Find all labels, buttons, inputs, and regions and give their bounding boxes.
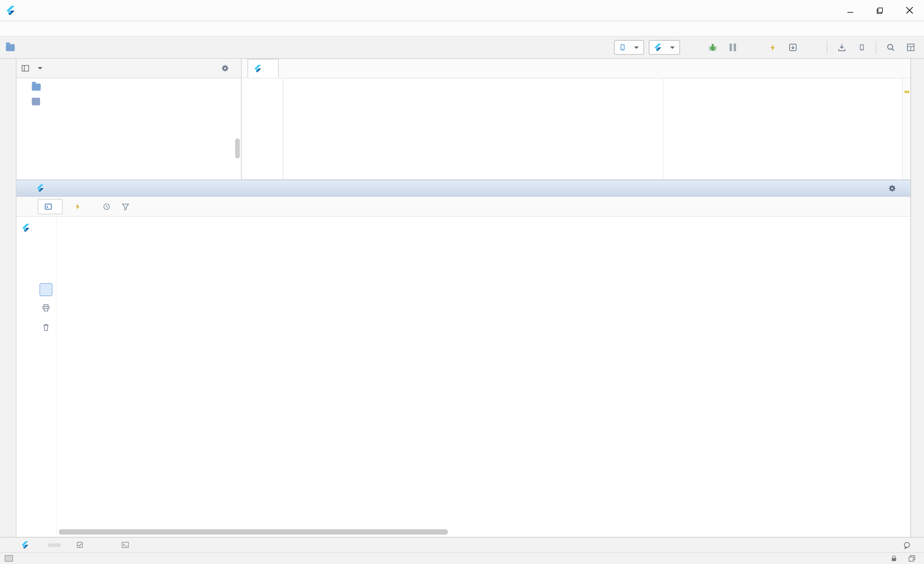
- close-icon[interactable]: [18, 239, 34, 255]
- tree-row-external-libraries[interactable]: [16, 94, 241, 108]
- status-dart-analysis[interactable]: [21, 541, 32, 549]
- scroll-to-top-icon[interactable]: [38, 264, 53, 279]
- debug-button[interactable]: [705, 40, 720, 55]
- status-todo[interactable]: [76, 541, 87, 549]
- filter-icon[interactable]: [122, 202, 130, 211]
- gear-icon[interactable]: [888, 184, 896, 192]
- terminal-icon: [122, 541, 129, 549]
- phone-icon: [620, 43, 626, 52]
- project-panel-header: [16, 59, 241, 78]
- status-terminal[interactable]: [122, 541, 132, 549]
- console-output[interactable]: [57, 217, 910, 537]
- sync-project-button[interactable]: [745, 40, 760, 55]
- android-studio-window: [0, 0, 924, 564]
- project-pane-icon: [21, 64, 30, 72]
- search-button[interactable]: [883, 40, 898, 55]
- run-toolbar: [16, 197, 910, 217]
- run-tab-main-dart[interactable]: [37, 184, 48, 192]
- project-scrollbar[interactable]: [235, 138, 240, 158]
- chevron-down-icon: [670, 46, 675, 49]
- event-log-icon: [903, 541, 911, 549]
- status-event-log[interactable]: [903, 541, 915, 549]
- code-area[interactable]: [242, 78, 910, 180]
- title-bar: [0, 0, 924, 21]
- app-icon: [6, 6, 15, 15]
- console-left-toolbar: [35, 217, 57, 537]
- rerun-icon[interactable]: [18, 220, 34, 235]
- project-structure-button[interactable]: [903, 40, 918, 55]
- editor: [242, 59, 910, 180]
- status-run[interactable]: [48, 543, 61, 546]
- flutter-icon: [37, 184, 44, 192]
- sdk-manager-button[interactable]: [834, 40, 849, 55]
- editor-scrollbar[interactable]: [902, 78, 910, 180]
- run-button[interactable]: [685, 40, 700, 55]
- folder-icon: [32, 84, 40, 91]
- avd-manager-button[interactable]: [854, 40, 869, 55]
- prev-occurrence-icon[interactable]: [38, 225, 53, 241]
- main-toolbar: [0, 37, 924, 59]
- print-icon[interactable]: [38, 300, 53, 316]
- grid-icon: [906, 43, 915, 52]
- minimize-button[interactable]: [836, 0, 865, 21]
- run-tool-window: [16, 180, 910, 537]
- next-occurrence-icon[interactable]: [38, 244, 53, 260]
- tree-row-project[interactable]: [16, 80, 241, 94]
- run-body: [16, 217, 910, 537]
- lock-icon[interactable]: [890, 555, 897, 562]
- toolbar-separator: [826, 41, 827, 54]
- help-icon[interactable]: [18, 259, 34, 274]
- gutter-divider: [283, 78, 284, 180]
- phone-icon: [858, 43, 865, 52]
- menu-bar: [0, 21, 924, 37]
- soft-wrap-icon[interactable]: [39, 283, 52, 296]
- background-task-indicator: [4, 555, 13, 561]
- warning-stripe-mark[interactable]: [904, 91, 909, 93]
- flutter-icon: [254, 65, 262, 72]
- run-config-selector[interactable]: [649, 40, 680, 55]
- run-left-toolbar: [16, 217, 35, 537]
- pause-icon: [729, 44, 736, 51]
- maximize-button[interactable]: [865, 0, 895, 21]
- close-button[interactable]: [894, 0, 924, 21]
- line-ending-widget[interactable]: [856, 554, 858, 563]
- editor-tab-bar: [242, 59, 910, 78]
- project-folder-icon: [6, 44, 15, 51]
- chevron-down-icon: [634, 46, 639, 49]
- project-panel: [16, 59, 242, 180]
- highlighting-level-icon[interactable]: [908, 555, 916, 562]
- right-tool-strip: [910, 59, 924, 537]
- project-tree: [16, 78, 241, 108]
- console-hscrollbar[interactable]: [59, 529, 448, 534]
- run-tool-window-header[interactable]: [16, 180, 910, 197]
- hot-reload-icon[interactable]: [74, 202, 81, 211]
- left-tool-strip: [0, 59, 16, 537]
- status-bar-bottom: [0, 552, 924, 564]
- toolbar-separator: [876, 41, 876, 54]
- attach-debugger-button[interactable]: [785, 40, 800, 55]
- console-icon: [44, 202, 52, 211]
- status-bar: [0, 537, 924, 552]
- editor-lines[interactable]: [242, 78, 902, 180]
- libraries-icon: [32, 97, 40, 105]
- flutter-icon: [654, 44, 662, 51]
- chevron-down-icon[interactable]: [38, 67, 42, 70]
- timeline-icon[interactable]: [103, 202, 111, 211]
- profile-button[interactable]: [725, 40, 740, 55]
- instant-run-button[interactable]: [765, 40, 780, 55]
- encoding-widget[interactable]: [868, 554, 869, 563]
- search-icon: [886, 43, 895, 52]
- right-margin-guide: [663, 78, 663, 180]
- lightning-icon: [769, 43, 777, 52]
- breadcrumb[interactable]: [6, 44, 23, 51]
- editor-tab-main-dart[interactable]: [248, 59, 279, 78]
- clear-console-icon[interactable]: [38, 320, 53, 335]
- dart-icon: [21, 541, 29, 549]
- console-tab[interactable]: [38, 199, 62, 214]
- device-selector[interactable]: [614, 40, 644, 55]
- todo-icon: [76, 541, 84, 549]
- stop-button[interactable]: [805, 40, 820, 55]
- gear-icon[interactable]: [221, 64, 229, 72]
